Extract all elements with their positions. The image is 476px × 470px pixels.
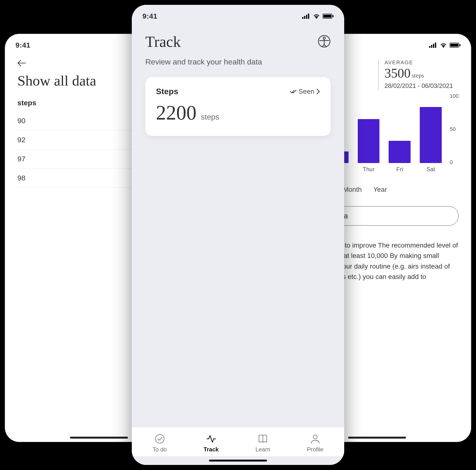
activity-icon [206,434,217,444]
svg-rect-9 [433,44,434,48]
average-unit: steps [411,72,424,79]
status-icons [429,42,460,48]
status-bar: 9:41 [132,5,344,22]
chart-bar[interactable] [389,141,410,163]
check-circle-icon [154,434,165,444]
row-value: 90 [17,117,25,125]
status-icons [302,14,334,19]
battery-icon [449,42,460,48]
average-value: 3500 [385,66,410,80]
svg-rect-10 [435,42,436,48]
svg-rect-7 [429,46,430,48]
svg-rect-12 [450,44,458,47]
svg-rect-14 [302,17,304,19]
wifi-icon [313,14,320,19]
metric-unit: steps [201,113,219,122]
card-title: Steps [156,87,178,96]
average-caption: AVERAGE [385,59,459,66]
svg-rect-16 [306,15,307,19]
chevron-right-icon [316,88,320,95]
nav-todo[interactable]: To do [148,432,171,454]
nav-profile[interactable]: Profile [303,432,328,454]
chart-xlabel: Fri [389,166,410,173]
steps-card[interactable]: Steps Seen 2200 steps [145,77,331,136]
tab-month[interactable]: Month [343,186,362,197]
phone-track: 9:41 Track Review and track your health … [132,5,344,465]
average-range: 28/02/2021 - 06/03/2021 [385,82,459,90]
page-title: Track [145,33,181,51]
status-time: 9:41 [16,41,30,49]
svg-point-23 [155,435,164,443]
seen-indicator: Seen [290,88,320,95]
wifi-icon [440,42,447,48]
chart-bar[interactable] [358,119,380,163]
home-indicator[interactable] [348,437,406,439]
page-subtitle: Review and track your health data [145,57,331,66]
home-indicator[interactable] [70,437,128,439]
cellular-icon [302,14,310,19]
chart-xlabel: Thur [358,166,380,173]
row-value: 98 [17,174,25,182]
chart-ylabel: 100 [450,93,459,99]
metric-value: 2200 [156,101,196,124]
row-value: 97 [17,155,25,163]
svg-rect-17 [308,14,309,19]
chart-xlabel: Sat [420,166,442,173]
chart-ylabel: 50 [450,126,459,132]
tab-year[interactable]: Year [373,186,387,197]
chart-bar[interactable] [420,107,442,163]
svg-rect-8 [431,45,432,48]
svg-point-22 [323,37,325,39]
user-icon [310,434,321,444]
svg-rect-13 [459,44,460,46]
home-indicator[interactable] [209,460,267,462]
body-icon[interactable] [318,35,331,49]
bottom-nav: To do Track Learn Profile [132,427,344,456]
cellular-icon [429,42,437,48]
svg-rect-15 [304,16,305,19]
back-arrow-icon[interactable] [17,58,26,69]
svg-rect-20 [333,15,334,17]
battery-icon [323,14,334,19]
book-icon [257,434,268,444]
double-check-icon [290,89,297,94]
svg-rect-19 [323,15,331,18]
nav-track[interactable]: Track [199,432,223,454]
nav-learn[interactable]: Learn [251,432,274,454]
chart-ylabel: 0 [450,159,459,165]
status-time: 9:41 [142,12,157,20]
svg-point-24 [313,435,317,439]
row-value: 92 [17,136,25,144]
summary-average: AVERAGE 3500steps 28/02/2021 - 06/03/202… [378,59,459,90]
